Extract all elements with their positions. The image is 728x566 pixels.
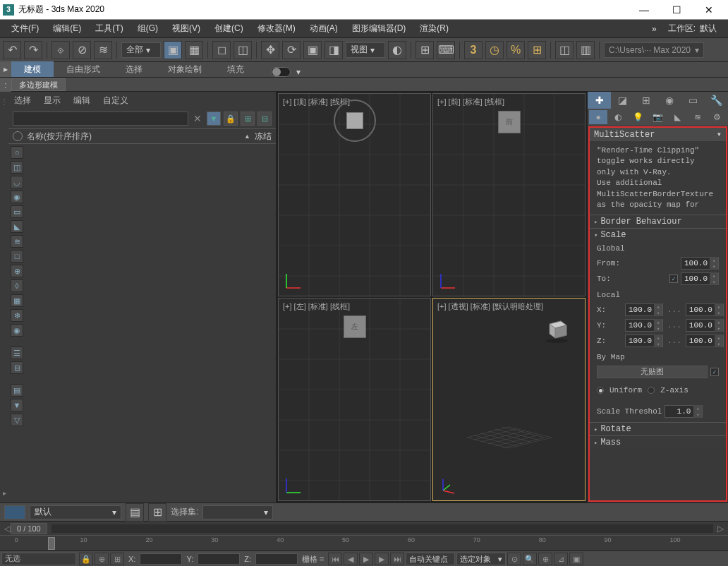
- menu-modifier[interactable]: 修改器(M): [250, 20, 303, 38]
- filter-shape-icon[interactable]: ◡: [11, 176, 23, 188]
- sort-icon[interactable]: ▲: [244, 133, 250, 140]
- clear-filter-icon[interactable]: ✕: [191, 112, 204, 125]
- freeze-column-header[interactable]: 冻结: [255, 131, 272, 143]
- scene-tab-select[interactable]: 选择: [13, 95, 32, 107]
- vp-layout-icon[interactable]: [4, 505, 25, 519]
- scene-collapse-icon[interactable]: ⊟: [11, 361, 23, 374]
- helper-icon[interactable]: ◣: [669, 110, 687, 124]
- shape-icon[interactable]: ◐: [609, 110, 627, 124]
- filter-group-icon[interactable]: □: [11, 250, 23, 263]
- zoom-ext-icon[interactable]: ▣: [569, 553, 583, 565]
- selset-dropdown[interactable]: ▾: [202, 505, 273, 519]
- menu-file[interactable]: 文件(F): [4, 20, 46, 38]
- layer-icon[interactable]: ⊞: [148, 503, 166, 522]
- selobj-dropdown[interactable]: 选定对象▾: [456, 553, 506, 565]
- subribbon-handle[interactable]: :: [0, 78, 11, 93]
- snap-button[interactable]: 3: [464, 41, 483, 59]
- next-frame-icon[interactable]: ▶: [375, 553, 389, 565]
- viewport-label[interactable]: [+] [透视] [标准] [默认明暗处理]: [437, 301, 543, 312]
- ribbon-expand-icon[interactable]: ▸: [0, 61, 11, 77]
- z-input[interactable]: [255, 553, 298, 565]
- autokey-button[interactable]: 自动关键点: [406, 553, 455, 565]
- maximize-button[interactable]: ☐: [660, 1, 693, 19]
- play-icon[interactable]: ▶: [359, 553, 373, 565]
- minimize-button[interactable]: —: [628, 1, 660, 19]
- scene-layer-icon[interactable]: ▤: [11, 384, 23, 397]
- unlink-button[interactable]: ⊘: [73, 41, 91, 59]
- ribbon-toggle[interactable]: [271, 67, 291, 77]
- menu-overflow[interactable]: »: [645, 20, 664, 38]
- viewcube[interactable]: [346, 112, 363, 129]
- filter-light-icon[interactable]: ◉: [11, 191, 23, 203]
- rect-select-button[interactable]: ◻: [212, 41, 231, 59]
- filter-geometry-icon[interactable]: ◫: [11, 161, 23, 174]
- subribbon-polymodel[interactable]: 多边形建模: [11, 78, 66, 91]
- placement-button[interactable]: ◨: [324, 41, 343, 59]
- dock-handle-icon[interactable]: ⋮: [0, 92, 8, 112]
- y-from-spinner[interactable]: 100.0▴▾: [625, 319, 663, 332]
- create-tab[interactable]: ✚: [588, 92, 611, 109]
- motion-tab[interactable]: ◉: [658, 92, 681, 109]
- viewport-front[interactable]: [+] [前] [标准] [线框] 前: [432, 93, 586, 296]
- isolate-icon[interactable]: ▤: [126, 503, 144, 522]
- threshold-spinner[interactable]: 1.0▴▾: [665, 405, 703, 418]
- rollout-title[interactable]: MultiScatter▾: [590, 128, 726, 141]
- menu-group[interactable]: 组(G): [131, 20, 165, 38]
- spinner-snap-button[interactable]: ⊞: [528, 41, 546, 59]
- menu-edit[interactable]: 编辑(E): [46, 20, 88, 38]
- ribbon-tab-populate[interactable]: 填充: [214, 61, 257, 77]
- x-input[interactable]: [140, 553, 182, 565]
- y-to-spinner[interactable]: 100.0▴▾: [686, 319, 724, 332]
- display-tab[interactable]: ▭: [681, 92, 705, 109]
- uniform-radio[interactable]: [597, 387, 604, 394]
- selection-filter-dropdown[interactable]: 全部▾: [121, 42, 161, 58]
- viewcube[interactable]: [542, 315, 571, 344]
- time-slider[interactable]: ◁ 0 / 100 ▷: [0, 521, 728, 535]
- utilities-tab[interactable]: 🔧: [705, 92, 728, 109]
- map-checkbox[interactable]: ✓: [710, 368, 719, 376]
- frame-display[interactable]: 0 / 100: [11, 523, 47, 534]
- menu-create[interactable]: 创建(C): [207, 20, 250, 38]
- redo-button[interactable]: ↷: [24, 41, 42, 59]
- percent-snap-button[interactable]: %: [506, 41, 525, 59]
- y-input[interactable]: [198, 553, 240, 565]
- goto-start-icon[interactable]: ⏮: [328, 553, 342, 565]
- layer-dropdown[interactable]: 默认▾: [30, 505, 121, 519]
- time-track[interactable]: [51, 524, 713, 533]
- x-from-spinner[interactable]: 100.0▴▾: [625, 303, 663, 316]
- ribbon-tab-model[interactable]: 建模: [11, 61, 54, 77]
- display2-icon[interactable]: ⊟: [257, 112, 272, 126]
- close-button[interactable]: ✕: [693, 1, 725, 19]
- light-icon[interactable]: 💡: [629, 110, 647, 124]
- filter-space-icon[interactable]: ≋: [11, 235, 23, 248]
- menu-tools[interactable]: 工具(T): [88, 20, 130, 38]
- select-name-button[interactable]: ▦: [185, 41, 203, 59]
- filter-bone-icon[interactable]: ◊: [11, 279, 23, 292]
- rotate-button[interactable]: ⟳: [282, 41, 301, 59]
- rollout-rotate[interactable]: Rotate: [590, 422, 726, 435]
- visibility-column-icon[interactable]: [13, 131, 23, 141]
- abs-rel-icon[interactable]: ⊕: [95, 553, 109, 565]
- filter-xref-icon[interactable]: ⊕: [11, 265, 23, 277]
- zoom-icon[interactable]: 🔍: [523, 553, 537, 565]
- filter-hidden-icon[interactable]: ◉: [11, 324, 23, 337]
- viewport-left[interactable]: [+] [左] [标准] [线框] 左: [278, 298, 431, 501]
- viewcube[interactable]: 前: [498, 111, 521, 133]
- spacewarp-icon[interactable]: ≋: [688, 110, 707, 124]
- lock-selection-icon[interactable]: 🔒: [79, 553, 93, 565]
- keyframe-marker[interactable]: [48, 537, 55, 550]
- hierarchy-tab[interactable]: ⊞: [634, 92, 657, 109]
- display-icon[interactable]: ⊞: [241, 112, 255, 126]
- scene-filter-input[interactable]: [13, 112, 188, 126]
- menu-anim[interactable]: 动画(A): [303, 20, 345, 38]
- link-button[interactable]: ⟐: [51, 41, 70, 59]
- scene-tree[interactable]: [25, 144, 276, 502]
- x-to-spinner[interactable]: 100.0▴▾: [686, 303, 724, 316]
- fov-icon[interactable]: ⊿: [554, 553, 568, 565]
- z-to-spinner[interactable]: 100.0▴▾: [686, 335, 724, 347]
- viewcube[interactable]: 左: [344, 315, 366, 338]
- rollout-scale[interactable]: Scale: [590, 228, 726, 241]
- rollout-border-behaviour[interactable]: Border Behaviour: [590, 215, 726, 228]
- scene-tab-edit[interactable]: 编辑: [72, 95, 92, 107]
- map-button[interactable]: 无贴图: [597, 366, 708, 378]
